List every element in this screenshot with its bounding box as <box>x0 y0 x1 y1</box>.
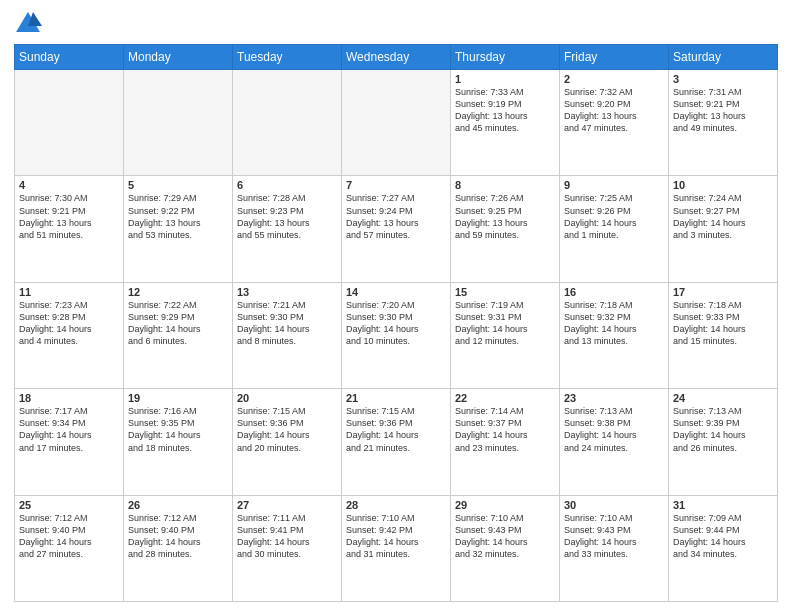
day-info: Sunrise: 7:09 AM Sunset: 9:44 PM Dayligh… <box>673 512 773 561</box>
calendar-cell: 19Sunrise: 7:16 AM Sunset: 9:35 PM Dayli… <box>124 389 233 495</box>
day-info: Sunrise: 7:13 AM Sunset: 9:39 PM Dayligh… <box>673 405 773 454</box>
day-info: Sunrise: 7:10 AM Sunset: 9:43 PM Dayligh… <box>564 512 664 561</box>
day-number: 21 <box>346 392 446 404</box>
day-info: Sunrise: 7:12 AM Sunset: 9:40 PM Dayligh… <box>19 512 119 561</box>
day-info: Sunrise: 7:17 AM Sunset: 9:34 PM Dayligh… <box>19 405 119 454</box>
weekday-header-sunday: Sunday <box>15 45 124 70</box>
day-number: 15 <box>455 286 555 298</box>
day-number: 4 <box>19 179 119 191</box>
day-info: Sunrise: 7:24 AM Sunset: 9:27 PM Dayligh… <box>673 192 773 241</box>
day-info: Sunrise: 7:11 AM Sunset: 9:41 PM Dayligh… <box>237 512 337 561</box>
logo <box>14 10 46 38</box>
calendar-cell: 27Sunrise: 7:11 AM Sunset: 9:41 PM Dayli… <box>233 495 342 601</box>
day-info: Sunrise: 7:22 AM Sunset: 9:29 PM Dayligh… <box>128 299 228 348</box>
day-number: 11 <box>19 286 119 298</box>
day-info: Sunrise: 7:27 AM Sunset: 9:24 PM Dayligh… <box>346 192 446 241</box>
day-info: Sunrise: 7:13 AM Sunset: 9:38 PM Dayligh… <box>564 405 664 454</box>
day-info: Sunrise: 7:20 AM Sunset: 9:30 PM Dayligh… <box>346 299 446 348</box>
calendar-cell: 4Sunrise: 7:30 AM Sunset: 9:21 PM Daylig… <box>15 176 124 282</box>
calendar-cell: 23Sunrise: 7:13 AM Sunset: 9:38 PM Dayli… <box>560 389 669 495</box>
weekday-header-tuesday: Tuesday <box>233 45 342 70</box>
calendar-cell: 29Sunrise: 7:10 AM Sunset: 9:43 PM Dayli… <box>451 495 560 601</box>
day-number: 19 <box>128 392 228 404</box>
calendar-cell: 31Sunrise: 7:09 AM Sunset: 9:44 PM Dayli… <box>669 495 778 601</box>
weekday-header-wednesday: Wednesday <box>342 45 451 70</box>
day-number: 5 <box>128 179 228 191</box>
calendar-row-0: 1Sunrise: 7:33 AM Sunset: 9:19 PM Daylig… <box>15 70 778 176</box>
calendar-cell: 18Sunrise: 7:17 AM Sunset: 9:34 PM Dayli… <box>15 389 124 495</box>
day-info: Sunrise: 7:25 AM Sunset: 9:26 PM Dayligh… <box>564 192 664 241</box>
weekday-header-friday: Friday <box>560 45 669 70</box>
calendar-row-2: 11Sunrise: 7:23 AM Sunset: 9:28 PM Dayli… <box>15 282 778 388</box>
calendar-cell: 11Sunrise: 7:23 AM Sunset: 9:28 PM Dayli… <box>15 282 124 388</box>
calendar-cell: 9Sunrise: 7:25 AM Sunset: 9:26 PM Daylig… <box>560 176 669 282</box>
day-number: 13 <box>237 286 337 298</box>
calendar-cell <box>15 70 124 176</box>
calendar-cell: 12Sunrise: 7:22 AM Sunset: 9:29 PM Dayli… <box>124 282 233 388</box>
day-number: 22 <box>455 392 555 404</box>
calendar-cell: 22Sunrise: 7:14 AM Sunset: 9:37 PM Dayli… <box>451 389 560 495</box>
weekday-header-saturday: Saturday <box>669 45 778 70</box>
calendar-cell: 2Sunrise: 7:32 AM Sunset: 9:20 PM Daylig… <box>560 70 669 176</box>
day-number: 18 <box>19 392 119 404</box>
calendar-row-4: 25Sunrise: 7:12 AM Sunset: 9:40 PM Dayli… <box>15 495 778 601</box>
day-number: 24 <box>673 392 773 404</box>
day-info: Sunrise: 7:26 AM Sunset: 9:25 PM Dayligh… <box>455 192 555 241</box>
day-number: 23 <box>564 392 664 404</box>
calendar-cell: 3Sunrise: 7:31 AM Sunset: 9:21 PM Daylig… <box>669 70 778 176</box>
day-number: 3 <box>673 73 773 85</box>
calendar-cell: 6Sunrise: 7:28 AM Sunset: 9:23 PM Daylig… <box>233 176 342 282</box>
calendar-cell: 20Sunrise: 7:15 AM Sunset: 9:36 PM Dayli… <box>233 389 342 495</box>
calendar-cell: 5Sunrise: 7:29 AM Sunset: 9:22 PM Daylig… <box>124 176 233 282</box>
calendar-cell: 8Sunrise: 7:26 AM Sunset: 9:25 PM Daylig… <box>451 176 560 282</box>
calendar-cell <box>233 70 342 176</box>
calendar-cell: 24Sunrise: 7:13 AM Sunset: 9:39 PM Dayli… <box>669 389 778 495</box>
day-number: 7 <box>346 179 446 191</box>
calendar-cell: 14Sunrise: 7:20 AM Sunset: 9:30 PM Dayli… <box>342 282 451 388</box>
day-info: Sunrise: 7:19 AM Sunset: 9:31 PM Dayligh… <box>455 299 555 348</box>
calendar-cell <box>342 70 451 176</box>
day-info: Sunrise: 7:31 AM Sunset: 9:21 PM Dayligh… <box>673 86 773 135</box>
day-number: 14 <box>346 286 446 298</box>
day-info: Sunrise: 7:10 AM Sunset: 9:42 PM Dayligh… <box>346 512 446 561</box>
day-info: Sunrise: 7:32 AM Sunset: 9:20 PM Dayligh… <box>564 86 664 135</box>
day-info: Sunrise: 7:15 AM Sunset: 9:36 PM Dayligh… <box>237 405 337 454</box>
day-info: Sunrise: 7:18 AM Sunset: 9:32 PM Dayligh… <box>564 299 664 348</box>
day-info: Sunrise: 7:28 AM Sunset: 9:23 PM Dayligh… <box>237 192 337 241</box>
day-number: 31 <box>673 499 773 511</box>
day-info: Sunrise: 7:16 AM Sunset: 9:35 PM Dayligh… <box>128 405 228 454</box>
page: SundayMondayTuesdayWednesdayThursdayFrid… <box>0 0 792 612</box>
day-info: Sunrise: 7:14 AM Sunset: 9:37 PM Dayligh… <box>455 405 555 454</box>
day-number: 25 <box>19 499 119 511</box>
day-info: Sunrise: 7:18 AM Sunset: 9:33 PM Dayligh… <box>673 299 773 348</box>
day-number: 16 <box>564 286 664 298</box>
weekday-header-monday: Monday <box>124 45 233 70</box>
calendar-cell: 28Sunrise: 7:10 AM Sunset: 9:42 PM Dayli… <box>342 495 451 601</box>
calendar-cell: 25Sunrise: 7:12 AM Sunset: 9:40 PM Dayli… <box>15 495 124 601</box>
calendar-cell: 13Sunrise: 7:21 AM Sunset: 9:30 PM Dayli… <box>233 282 342 388</box>
day-number: 9 <box>564 179 664 191</box>
day-info: Sunrise: 7:29 AM Sunset: 9:22 PM Dayligh… <box>128 192 228 241</box>
calendar-cell <box>124 70 233 176</box>
day-info: Sunrise: 7:12 AM Sunset: 9:40 PM Dayligh… <box>128 512 228 561</box>
day-number: 8 <box>455 179 555 191</box>
logo-icon <box>14 10 42 38</box>
day-number: 17 <box>673 286 773 298</box>
day-number: 28 <box>346 499 446 511</box>
weekday-header-thursday: Thursday <box>451 45 560 70</box>
day-info: Sunrise: 7:15 AM Sunset: 9:36 PM Dayligh… <box>346 405 446 454</box>
calendar-cell: 17Sunrise: 7:18 AM Sunset: 9:33 PM Dayli… <box>669 282 778 388</box>
weekday-header-row: SundayMondayTuesdayWednesdayThursdayFrid… <box>15 45 778 70</box>
calendar-cell: 15Sunrise: 7:19 AM Sunset: 9:31 PM Dayli… <box>451 282 560 388</box>
day-info: Sunrise: 7:21 AM Sunset: 9:30 PM Dayligh… <box>237 299 337 348</box>
day-number: 20 <box>237 392 337 404</box>
day-number: 1 <box>455 73 555 85</box>
day-info: Sunrise: 7:33 AM Sunset: 9:19 PM Dayligh… <box>455 86 555 135</box>
calendar-cell: 21Sunrise: 7:15 AM Sunset: 9:36 PM Dayli… <box>342 389 451 495</box>
calendar-row-1: 4Sunrise: 7:30 AM Sunset: 9:21 PM Daylig… <box>15 176 778 282</box>
calendar-cell: 26Sunrise: 7:12 AM Sunset: 9:40 PM Dayli… <box>124 495 233 601</box>
calendar-cell: 1Sunrise: 7:33 AM Sunset: 9:19 PM Daylig… <box>451 70 560 176</box>
day-number: 29 <box>455 499 555 511</box>
calendar-cell: 30Sunrise: 7:10 AM Sunset: 9:43 PM Dayli… <box>560 495 669 601</box>
calendar-cell: 7Sunrise: 7:27 AM Sunset: 9:24 PM Daylig… <box>342 176 451 282</box>
